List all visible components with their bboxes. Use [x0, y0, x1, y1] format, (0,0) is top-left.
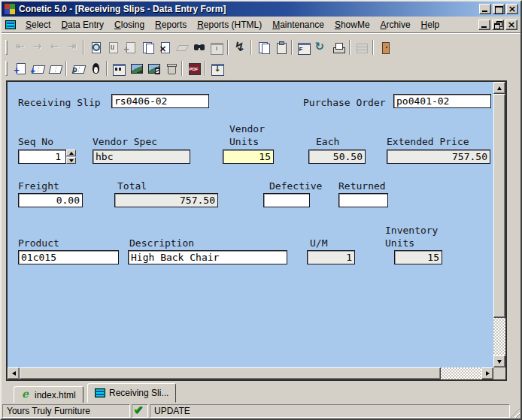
toolbar-separator	[205, 61, 206, 76]
menu-reports-html[interactable]: Reports (HTML)	[192, 18, 267, 32]
scroll-right-button[interactable]	[481, 367, 493, 379]
zap-button[interactable]	[231, 39, 248, 56]
seq-no-stepper-up[interactable]	[66, 150, 76, 156]
status-bar: Yours Truly Furniture ✔ UPDATE	[2, 403, 520, 418]
export-download-button[interactable]	[208, 60, 226, 77]
seq-no-stepper	[66, 150, 76, 164]
extended-price-label: Extended Price	[387, 135, 469, 148]
returned-field[interactable]	[338, 193, 388, 207]
menu-showme[interactable]: ShowMe	[329, 18, 375, 32]
receiving-slip-label: Receiving Slip	[18, 96, 101, 109]
previous-record-button	[46, 39, 63, 56]
query-record-button[interactable]	[86, 39, 104, 56]
menu-maintenance[interactable]: Maintenance	[267, 18, 329, 32]
window-download-icon	[211, 62, 224, 75]
ie-icon	[21, 390, 31, 400]
defective-field[interactable]	[263, 193, 310, 207]
vendor-units-field[interactable]	[223, 150, 274, 164]
last-record-button	[63, 39, 80, 56]
first-record-button	[11, 39, 29, 56]
scroll-up-button[interactable]	[493, 82, 505, 94]
application-window: Conetic 5.0 - [Receiving Slips - Data En…	[0, 0, 522, 420]
mdi-restore-button[interactable]	[492, 20, 504, 30]
inventory-units-field[interactable]	[394, 250, 442, 264]
add-record-button	[121, 39, 138, 56]
open-book-print-button[interactable]	[69, 60, 86, 77]
vendor-units-label: VendorUnits	[229, 122, 265, 148]
toolbar-separator	[349, 40, 351, 55]
window-pin-icon	[210, 41, 223, 54]
delete-item-button[interactable]	[162, 60, 179, 77]
pdf-export-button[interactable]	[185, 60, 202, 77]
penguin-button[interactable]	[86, 60, 104, 77]
vertical-scrollbar[interactable]	[493, 82, 505, 367]
eraser-icon	[175, 41, 189, 54]
horizontal-scrollbar[interactable]	[8, 367, 493, 379]
find-window-button[interactable]	[110, 60, 127, 77]
mdi-minimize-button[interactable]	[478, 20, 490, 30]
close-button[interactable]	[506, 4, 518, 14]
seq-no-field[interactable]	[18, 150, 66, 164]
maximize-button[interactable]	[493, 4, 505, 14]
description-field[interactable]	[128, 250, 287, 264]
tab-index-html[interactable]: index.html	[14, 386, 83, 403]
image-view-button[interactable]	[127, 60, 144, 77]
vertical-scroll-thumb[interactable]	[493, 94, 505, 318]
vendor-spec-field[interactable]	[93, 150, 190, 164]
form-letter-button[interactable]	[295, 39, 312, 56]
receiving-slip-field[interactable]	[111, 94, 209, 108]
mode-panel: UPDATE	[150, 404, 510, 418]
toolbar-separator	[372, 40, 374, 55]
delete-record-button[interactable]	[156, 39, 173, 56]
printer-icon	[332, 41, 345, 54]
menu-archive[interactable]: Archive	[375, 18, 416, 32]
print-button[interactable]	[329, 39, 347, 56]
horizontal-scroll-thumb[interactable]	[20, 367, 441, 379]
seq-no-stepper-down[interactable]	[66, 157, 76, 164]
copy-button[interactable]	[254, 39, 272, 56]
freight-field[interactable]	[18, 193, 83, 207]
scroll-down-button[interactable]	[493, 355, 505, 367]
door-icon	[378, 41, 392, 54]
minimize-button[interactable]	[479, 4, 491, 14]
arrow-last-icon	[65, 41, 79, 54]
new-document-button[interactable]	[11, 60, 29, 77]
book-plus-icon	[31, 62, 44, 75]
scrollbar-corner	[493, 367, 505, 379]
each-field[interactable]	[308, 150, 366, 164]
menu-data-entry[interactable]: Data Entry	[56, 18, 109, 32]
paste-button[interactable]	[272, 39, 289, 56]
image-save-button[interactable]	[144, 60, 162, 77]
mdi-close-button[interactable]	[505, 20, 517, 30]
total-label: Total	[117, 180, 147, 192]
product-field[interactable]	[18, 250, 119, 264]
returned-label: Returned	[338, 180, 386, 192]
menu-help[interactable]: Help	[416, 18, 445, 32]
data-entry-form: Receiving Slip Purchase Order VendorUnit…	[8, 82, 493, 367]
menu-closing[interactable]: Closing	[109, 18, 150, 32]
find-record-button[interactable]	[190, 39, 208, 56]
book-p-icon	[71, 62, 85, 75]
menu-select[interactable]: Select	[20, 18, 56, 32]
tab-label: index.html	[35, 390, 76, 400]
menu-reports[interactable]: Reports	[150, 18, 192, 32]
copy-record-button[interactable]	[138, 39, 156, 56]
scroll-left-button[interactable]	[8, 367, 20, 379]
toolbar-separator	[250, 40, 252, 55]
tab-receiving-sli[interactable]: Receiving Sli...	[87, 383, 176, 403]
um-field[interactable]	[307, 250, 355, 264]
purchase-order-field[interactable]	[393, 94, 491, 108]
extended-price-field[interactable]	[387, 150, 490, 164]
resize-grip[interactable]	[511, 409, 520, 418]
each-label: Each	[316, 135, 339, 148]
toolbar-separator	[106, 61, 108, 76]
total-field[interactable]	[114, 193, 218, 207]
lightning-icon	[233, 41, 247, 54]
penguin-icon	[89, 62, 102, 75]
open-book-add-button[interactable]	[29, 60, 46, 77]
refresh-button[interactable]	[312, 39, 329, 56]
system-menu-icon[interactable]	[5, 20, 16, 29]
exit-button[interactable]	[376, 39, 393, 56]
arrow-next-icon	[31, 41, 44, 54]
open-book-button[interactable]	[46, 60, 63, 77]
